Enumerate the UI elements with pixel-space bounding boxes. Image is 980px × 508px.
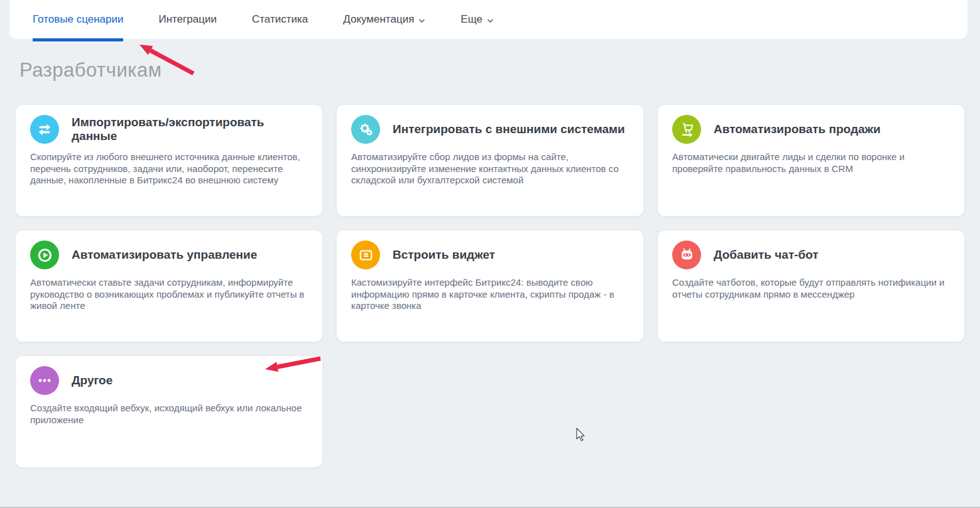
card-title: Другое — [72, 374, 112, 387]
card-description: Кастомизируйте интерфейс Битрикс24: выво… — [351, 277, 626, 312]
chevron-down-icon — [487, 18, 494, 23]
card-header: Автоматизировать управление — [30, 240, 305, 269]
card-title: Автоматизировать управление — [72, 248, 257, 262]
card-title: Автоматизировать продажи — [714, 122, 881, 136]
tab-bar: Готовые сценарии Интеграции Статистика Д… — [9, 0, 967, 39]
card-title: Добавить чат-бот — [714, 248, 819, 262]
card-description: Создайте чатботов, которые будут отправл… — [672, 277, 947, 300]
card-header: Другое — [30, 366, 305, 395]
tab-more[interactable]: Еще — [460, 0, 494, 39]
card-header: Встроить виджет — [351, 240, 626, 269]
card-header: Импортировать/экспортировать данные — [30, 115, 305, 144]
card-header: Интегрировать с внешними системами — [351, 115, 626, 144]
cart-arrow-icon — [672, 115, 701, 144]
play-icon — [30, 240, 59, 269]
card-description: Автоматически двигайте лиды и сделки по … — [672, 151, 947, 175]
page-title: Разработчикам — [19, 59, 162, 82]
card-title: Встроить виджет — [393, 248, 495, 262]
card-other[interactable]: Другое Создайте входящий вебхук, исходящ… — [15, 355, 323, 468]
tab-statistics[interactable]: Статистика — [252, 0, 308, 39]
ellipsis-icon — [30, 366, 59, 395]
card-header: Автоматизировать продажи — [672, 115, 947, 144]
tab-ready-scenarios[interactable]: Готовые сценарии — [33, 0, 123, 39]
tab-integrations[interactable]: Интеграции — [158, 0, 217, 39]
card-description: Автоматизируйте сбор лидов из формы на с… — [351, 151, 626, 186]
chevron-down-icon — [418, 18, 425, 23]
card-description: Скопируйте из любого внешнего источника … — [30, 151, 305, 186]
card-embed-widget[interactable]: Встроить виджет Кастомизируйте интерфейс… — [336, 230, 644, 342]
gears-icon — [351, 115, 380, 144]
robot-icon — [672, 240, 701, 269]
card-description: Автоматически ставьте задачи сотрудникам… — [30, 277, 305, 312]
card-automate-management[interactable]: Автоматизировать управление Автоматическ… — [15, 230, 323, 342]
tab-label: Готовые сценарии — [33, 13, 123, 26]
card-add-chatbot[interactable]: Добавить чат-бот Создайте чатботов, кото… — [657, 230, 965, 342]
cards-grid: Импортировать/экспортировать данные Скоп… — [15, 104, 966, 468]
tab-documentation[interactable]: Документация — [343, 0, 425, 39]
transfer-arrows-icon — [30, 115, 59, 144]
tab-label: Еще — [460, 13, 482, 26]
tab-label: Статистика — [252, 13, 308, 26]
card-import-export[interactable]: Импортировать/экспортировать данные Скоп… — [15, 104, 323, 217]
card-description: Создайте входящий вебхук, исходящий вебх… — [30, 403, 305, 426]
card-title: Импортировать/экспортировать данные — [72, 116, 305, 143]
widget-icon — [351, 240, 380, 269]
card-integrate-external[interactable]: Интегрировать с внешними системами Автом… — [336, 104, 644, 217]
card-header: Добавить чат-бот — [672, 240, 947, 269]
tab-label: Документация — [343, 13, 414, 26]
card-automate-sales[interactable]: Автоматизировать продажи Автоматически д… — [657, 104, 965, 217]
tab-label: Интеграции — [158, 13, 217, 26]
tabs-nav: Готовые сценарии Интеграции Статистика Д… — [9, 0, 967, 39]
card-title: Интегрировать с внешними системами — [393, 122, 625, 136]
